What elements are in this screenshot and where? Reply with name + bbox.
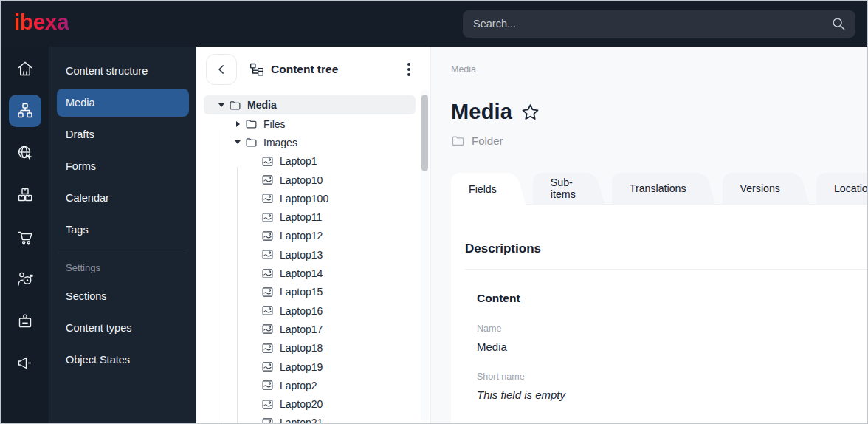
tree-node[interactable]: Laptop19 (204, 358, 416, 376)
tab-label: Sub-items (551, 177, 576, 200)
image-icon (261, 379, 274, 391)
content-tree-header: Content tree (196, 47, 430, 91)
site-globe-icon[interactable] (9, 137, 41, 169)
global-search[interactable] (463, 10, 855, 38)
search-icon[interactable] (831, 16, 846, 31)
tree-node[interactable]: Laptop11 (204, 208, 416, 226)
sidebar-item[interactable]: Content structure (57, 57, 189, 85)
home-icon[interactable] (9, 52, 41, 85)
tab[interactable]: Translations (612, 173, 700, 204)
tree-node-label: Laptop18 (280, 342, 323, 354)
tab[interactable]: Locations (816, 173, 868, 204)
tree-node[interactable]: Images (204, 133, 416, 151)
sidebar-item[interactable]: Content types (57, 314, 189, 342)
field-label: Name (477, 324, 845, 334)
tree-node[interactable]: Laptop12 (204, 227, 416, 245)
tree-node[interactable]: Laptop100 (204, 189, 416, 208)
campaigns-megaphone-icon[interactable] (9, 347, 41, 380)
admin-badge-icon[interactable] (9, 305, 41, 338)
commerce-cart-icon[interactable] (9, 221, 41, 253)
tree-caret-icon[interactable] (248, 376, 260, 394)
ibexa-admin-window: ibexa (0, 0, 868, 424)
sidebar-item[interactable]: Drafts (57, 120, 189, 148)
image-icon (261, 342, 274, 355)
tree-node-label: Laptop20 (280, 398, 323, 410)
image-icon (261, 192, 274, 205)
image-icon (261, 248, 274, 261)
tree-caret-icon[interactable] (248, 339, 260, 358)
tree-caret-icon[interactable] (248, 320, 260, 338)
page-title: Media (451, 100, 512, 124)
tree-node-label: Media (247, 99, 277, 111)
tree-node[interactable]: Laptop13 (204, 245, 416, 264)
personalization-icon[interactable] (9, 263, 41, 295)
folder-icon (451, 134, 465, 148)
sidebar-divider (58, 253, 187, 253)
tree-node[interactable]: Laptop16 (204, 301, 416, 320)
sidebar-item[interactable]: Forms (57, 152, 189, 180)
field: Short name This field is empty (477, 372, 845, 401)
breadcrumb[interactable]: Media (451, 64, 867, 75)
tree-caret-icon[interactable] (248, 208, 260, 226)
bookmark-star-icon[interactable] (520, 103, 540, 123)
tree-scrollbar-thumb[interactable] (421, 95, 428, 171)
tree-node[interactable]: Laptop1 (204, 152, 416, 171)
tree-node[interactable]: Laptop15 (204, 283, 416, 301)
tree-node-label: Laptop15 (280, 286, 323, 298)
collapse-tree-button[interactable] (206, 54, 237, 85)
sidebar-item[interactable]: Object States (57, 346, 189, 374)
tab[interactable]: Versions (723, 173, 793, 204)
content-structure-icon[interactable] (9, 95, 41, 127)
tree-caret-icon[interactable] (248, 171, 260, 189)
field-value: This field is empty (477, 389, 845, 401)
tab-bar: Fields Sub-items Translations Versions (451, 173, 867, 204)
tree-node[interactable]: Laptop14 (204, 264, 416, 282)
tree-caret-icon[interactable] (248, 394, 260, 413)
tree-node[interactable]: Laptop2 (204, 376, 416, 394)
tree-node[interactable]: Laptop21 (204, 414, 416, 424)
sidebar-item[interactable]: Calendar (57, 184, 189, 212)
product-catalog-icon[interactable] (9, 179, 41, 211)
image-icon (261, 267, 274, 280)
tree-caret-icon[interactable] (232, 114, 244, 133)
tree-node[interactable]: Media (204, 95, 416, 114)
tree-node[interactable]: Laptop10 (204, 171, 416, 189)
tree-caret-icon[interactable] (232, 133, 244, 151)
tab[interactable]: Fields (451, 173, 510, 205)
tree-caret-icon[interactable] (248, 264, 260, 282)
tree-node[interactable]: Files (204, 114, 416, 133)
tree-caret-icon[interactable] (248, 227, 260, 245)
image-icon (261, 398, 274, 411)
sidebar-item[interactable]: Sections (57, 282, 189, 310)
content-tree-list: Media (196, 91, 430, 424)
sidebar-item[interactable]: Tags (57, 216, 189, 244)
field-value: Media (477, 341, 845, 353)
section-divider (465, 269, 867, 270)
tree-options-kebab-icon[interactable] (402, 58, 416, 81)
tree-caret-icon[interactable] (248, 301, 260, 320)
tree-caret-icon[interactable] (248, 152, 260, 171)
sidebar-item-label: Tags (66, 224, 89, 236)
tree-node[interactable]: Laptop20 (204, 394, 416, 413)
content-type-row: Folder (451, 134, 867, 148)
tree-caret-icon[interactable] (248, 358, 260, 376)
tree-node-label: Laptop16 (280, 305, 323, 317)
tree-caret-icon[interactable] (248, 245, 260, 264)
tab[interactable]: Sub-items (533, 173, 589, 204)
tree-node-label: Laptop19 (280, 361, 323, 373)
search-input[interactable] (473, 18, 831, 30)
tree-node[interactable]: Laptop18 (204, 339, 416, 358)
tree-caret-icon[interactable] (248, 283, 260, 301)
tree-caret-icon[interactable] (248, 189, 260, 208)
tree-caret-icon[interactable] (216, 95, 227, 114)
tree-node-label: Laptop1 (280, 155, 317, 167)
content-tree-title: Content tree (271, 63, 338, 76)
tab-label: Translations (630, 182, 686, 194)
sidebar-main-items: Content structure Media Drafts Forms (57, 57, 189, 244)
sidebar-item[interactable]: Media (57, 89, 189, 117)
tree-node-label: Laptop10 (280, 174, 323, 186)
tree-node[interactable]: Laptop17 (204, 320, 416, 338)
tree-caret-icon[interactable] (248, 414, 260, 424)
ibexa-logo[interactable]: ibexa (14, 11, 69, 36)
field-label: Short name (477, 372, 845, 382)
